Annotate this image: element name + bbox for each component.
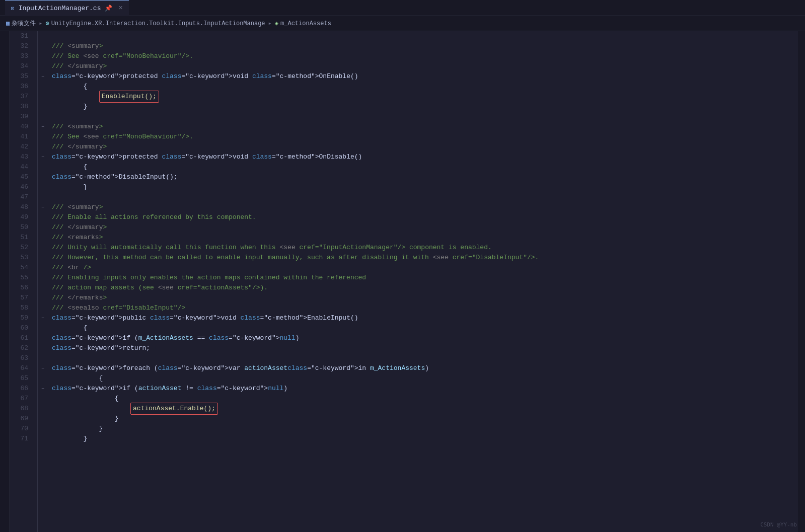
tab-pin-icon: 📌 [105, 5, 112, 12]
file-tab[interactable]: ⊡ InputActionManager.cs 📌 × [5, 0, 129, 16]
editor-container: 3132333435363738394041424344454647484950… [0, 31, 805, 532]
code-line: /// However, this method can be called t… [52, 253, 798, 263]
line-number: 35 [10, 71, 32, 82]
breadcrumb-sep-2: ▸ [268, 20, 272, 27]
line-number: 54 [10, 263, 32, 273]
code-line: /// <summary> [52, 41, 798, 51]
fold-indicator [38, 243, 48, 253]
fold-indicator [38, 172, 48, 182]
code-line: } [52, 102, 798, 112]
breadcrumb-file[interactable]: ▦ 杂项文件 [6, 19, 36, 28]
line-number: 70 [10, 424, 32, 434]
fold-column: −−−−−−− [38, 31, 48, 532]
code-line: /// See <see cref="MonoBehaviour"/>. [52, 132, 798, 142]
breadcrumb-symbol1[interactable]: ⚙ UnityEngine.XR.Interaction.Toolkit.Inp… [45, 20, 265, 27]
code-line: { [52, 323, 798, 333]
breadcrumb-bar: ▦ 杂项文件 ▸ ⚙ UnityEngine.XR.Interaction.To… [0, 16, 805, 31]
fold-indicator [38, 303, 48, 313]
code-line [52, 112, 798, 122]
fold-indicator [38, 61, 48, 71]
fold-indicator [38, 112, 48, 122]
symbol2-icon: ◈ [275, 20, 278, 27]
line-numbers: 3132333435363738394041424344454647484950… [10, 31, 38, 532]
code-line: /// Enabling inputs only enables the act… [52, 273, 798, 283]
line-number: 31 [10, 31, 32, 41]
code-content[interactable]: /// <summary> /// See <see cref="MonoBeh… [48, 31, 798, 532]
fold-indicator[interactable]: − [38, 122, 48, 132]
code-line: } [52, 434, 798, 444]
breadcrumb-sep-1: ▸ [39, 20, 42, 27]
line-number: 38 [10, 102, 32, 112]
line-number: 47 [10, 192, 32, 202]
code-line: class="c-keyword">protected class="c-key… [52, 71, 798, 82]
line-number: 34 [10, 61, 32, 71]
breadcrumb-symbol2[interactable]: ◈ m_ActionAssets [275, 20, 331, 27]
line-number: 64 [10, 363, 32, 373]
line-number: 39 [10, 112, 32, 122]
code-line: /// </summary> [52, 222, 798, 233]
line-number: 67 [10, 394, 32, 404]
line-number: 48 [10, 202, 32, 212]
highlight-box: actionAsset.Enable(); [130, 403, 218, 415]
breadcrumb-symbol1-label: UnityEngine.XR.Interaction.Toolkit.Input… [51, 20, 265, 27]
code-line: actionAsset.Enable(); [52, 404, 798, 414]
code-line: /// <seealso cref="DisableInput"/> [52, 303, 798, 313]
line-number: 50 [10, 222, 32, 233]
fold-indicator [38, 212, 48, 222]
fold-indicator[interactable]: − [38, 313, 48, 323]
line-number: 69 [10, 414, 32, 424]
fold-indicator[interactable]: − [38, 384, 48, 394]
fold-indicator [38, 102, 48, 112]
line-number: 68 [10, 404, 32, 414]
fold-indicator [38, 293, 48, 303]
line-number: 59 [10, 313, 32, 323]
breadcrumb-symbol2-label: m_ActionAssets [280, 20, 331, 27]
fold-indicator [38, 222, 48, 233]
code-line: /// <br /> [52, 263, 798, 273]
fold-indicator [38, 434, 48, 444]
line-number: 51 [10, 233, 32, 243]
code-line: class="c-keyword">foreach (class="c-keyw… [52, 363, 798, 373]
fold-indicator [38, 51, 48, 61]
watermark: CSDN @YY-nb [760, 521, 797, 528]
code-line: { [52, 162, 798, 172]
line-number: 33 [10, 51, 32, 61]
fold-indicator [38, 92, 48, 102]
code-line: /// </summary> [52, 142, 798, 152]
fold-indicator[interactable]: − [38, 152, 48, 162]
fold-indicator [38, 323, 48, 333]
line-number: 45 [10, 172, 32, 182]
code-line: { [52, 82, 798, 92]
fold-indicator [38, 233, 48, 243]
code-line: /// </remarks> [52, 293, 798, 303]
code-line: class="c-keyword">if (m_ActionAssets == … [52, 333, 798, 343]
fold-indicator [38, 31, 48, 41]
fold-indicator [38, 343, 48, 353]
fold-indicator[interactable]: − [38, 363, 48, 373]
fold-indicator [38, 192, 48, 202]
scrollbar[interactable] [798, 31, 805, 532]
fold-indicator [38, 162, 48, 172]
code-line: /// Unity will automatically call this f… [52, 243, 798, 253]
highlight-box: EnableInput(); [99, 91, 159, 103]
sidebar-left [0, 31, 10, 532]
line-number: 32 [10, 41, 32, 51]
fold-indicator [38, 414, 48, 424]
fold-indicator [38, 253, 48, 263]
line-number: 56 [10, 283, 32, 293]
line-number: 63 [10, 353, 32, 363]
line-number: 65 [10, 373, 32, 384]
code-line: /// See <see cref="MonoBehaviour"/>. [52, 51, 798, 61]
title-bar: ⊡ InputActionManager.cs 📌 × [0, 0, 805, 16]
fold-indicator [38, 394, 48, 404]
fold-indicator [38, 333, 48, 343]
fold-indicator[interactable]: − [38, 202, 48, 212]
fold-indicator [38, 373, 48, 384]
code-line: class="c-keyword">if (actionAsset != cla… [52, 384, 798, 394]
code-line: /// <summary> [52, 202, 798, 212]
fold-indicator [38, 273, 48, 283]
fold-indicator [38, 283, 48, 293]
fold-indicator [38, 142, 48, 152]
tab-close-button[interactable]: × [118, 4, 122, 12]
fold-indicator[interactable]: − [38, 71, 48, 82]
